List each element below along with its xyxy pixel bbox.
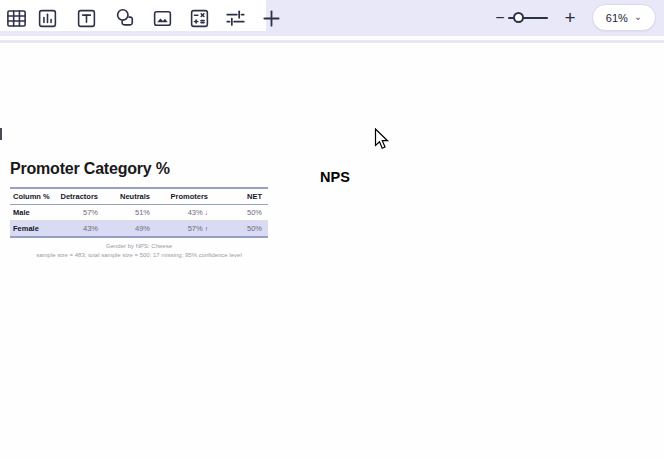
table-widget[interactable]: Promoter Category % Column % Detractors … (10, 160, 268, 261)
table-footnote: sample size = 483; total sample size = 5… (10, 251, 268, 260)
widget-title[interactable]: Promoter Category % (10, 160, 268, 178)
table-cell-significant: 57% ↑ (156, 221, 214, 238)
insert-calculation-button[interactable] (185, 4, 213, 32)
table-cell: 49% (104, 221, 156, 238)
zoom-out-button[interactable]: − (491, 3, 509, 33)
calculator-icon (189, 8, 210, 29)
significance-up-arrow-icon: ↑ (205, 225, 208, 232)
zoom-level-value: 61% (606, 12, 628, 24)
offscreen-object-edge (0, 128, 2, 140)
plus-icon (261, 8, 282, 29)
column-header: Neutrals (104, 188, 156, 205)
table-row[interactable]: Male 57% 51% 43% ↓ 50% (10, 205, 268, 221)
zoom-in-button[interactable]: + (559, 3, 581, 33)
table-cell-significant: 43% ↓ (156, 205, 214, 221)
insert-chart-button[interactable] (33, 4, 61, 32)
app-window: − + 61% ⌄ Promoter Category % Column % D… (0, 0, 664, 458)
row-label: Female (10, 221, 56, 238)
column-header: NET (214, 188, 268, 205)
table-cell: 43% (56, 221, 104, 238)
table-cell: 57% (56, 205, 104, 221)
sliders-icon (224, 7, 247, 30)
column-header: Column % (10, 188, 56, 205)
controls-button[interactable] (221, 4, 249, 32)
table-cell: 50% (214, 205, 268, 221)
promoter-table[interactable]: Column % Detractors Neutrals Promoters N… (10, 187, 268, 238)
zoom-slider-handle[interactable] (513, 12, 524, 23)
add-more-button[interactable] (257, 4, 285, 32)
insert-table-button[interactable] (2, 4, 30, 32)
significance-down-arrow-icon: ↓ (205, 209, 208, 216)
text-icon (76, 8, 97, 29)
chevron-down-icon: ⌄ (634, 12, 642, 22)
table-icon (6, 8, 27, 29)
insert-shape-button[interactable] (111, 4, 139, 32)
insert-text-button[interactable] (72, 4, 100, 32)
shapes-icon (114, 7, 136, 29)
mouse-cursor (374, 128, 392, 156)
bar-chart-icon (37, 8, 58, 29)
table-footnote: Gender by NPS: Cheese (10, 242, 268, 251)
zoom-level-dropdown[interactable]: 61% ⌄ (592, 4, 656, 31)
toolbar: − + 61% ⌄ (0, 0, 664, 36)
row-label: Male (10, 205, 56, 221)
image-icon (152, 8, 173, 29)
nps-text-box[interactable]: NPS (320, 169, 350, 185)
table-header-row: Column % Detractors Neutrals Promoters N… (10, 188, 268, 205)
table-row-highlighted[interactable]: Female 43% 49% 57% ↑ 50% (10, 221, 268, 238)
column-header: Promoters (156, 188, 214, 205)
table-cell: 51% (104, 205, 156, 221)
column-header: Detractors (56, 188, 104, 205)
table-cell: 50% (214, 221, 268, 238)
insert-image-button[interactable] (148, 4, 176, 32)
page-canvas[interactable]: Promoter Category % Column % Detractors … (0, 43, 664, 458)
